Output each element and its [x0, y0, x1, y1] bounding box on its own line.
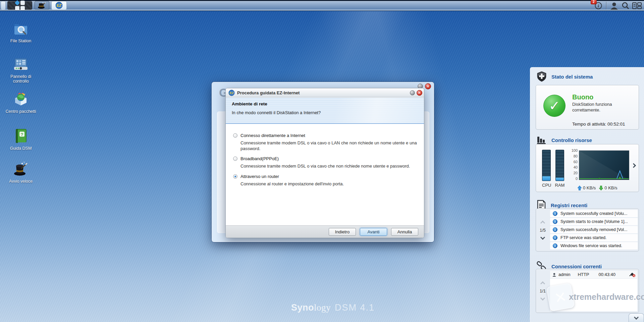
network-activity-chart	[579, 150, 629, 180]
desktop-icon-control-panel[interactable]: Pannello di controllo	[3, 56, 39, 84]
desktop-icon-file-station[interactable]: File Station	[3, 21, 39, 43]
file-station-icon	[13, 21, 29, 36]
user-icon	[552, 272, 556, 277]
desktop-icon-quick-start[interactable]: Avvio veloce	[3, 161, 39, 184]
main-menu-icon	[15, 1, 25, 10]
taskbar-right: i 2	[593, 0, 644, 11]
radio-icon-selected[interactable]	[233, 174, 237, 179]
log-row[interactable]: iFTP service was started.	[550, 234, 638, 241]
widgets-icon	[632, 2, 642, 9]
shield-icon	[536, 71, 547, 82]
pilot-view-button[interactable]	[631, 1, 643, 10]
radio-option-pppoe[interactable]: Broadband(PPPoE)	[233, 156, 416, 161]
desktop-icon-label: File Station	[3, 39, 39, 43]
info-icon: i	[553, 219, 557, 224]
connection-list: admin HTTP 00:43:40	[550, 271, 637, 311]
log-text: FTP service was started.	[560, 235, 606, 240]
radio-label: Connesso direttamente a Internet	[240, 133, 305, 138]
control-panel-icon	[13, 56, 29, 72]
connections-pager: 1/1	[536, 269, 549, 313]
download-arrow-icon	[599, 186, 603, 190]
user-icon	[610, 2, 619, 10]
info-icon: i	[553, 243, 557, 248]
sidebar-collapse-tab[interactable]	[629, 313, 644, 322]
close-button[interactable]: ✕	[417, 90, 422, 96]
radio-icon[interactable]	[233, 156, 237, 161]
radio-label: Attraverso un router	[240, 174, 279, 179]
dialog-footer: Indietro Avanti Annulla	[226, 225, 424, 238]
widget-title: Registri recenti	[551, 202, 587, 208]
brand-light: logy	[314, 303, 331, 313]
upload-arrow-icon	[578, 186, 582, 190]
close-icon: ✕	[418, 91, 421, 95]
widgets-sidebar: Stato del sistema ✓ Buono DiskStation fu…	[530, 67, 644, 322]
resource-monitor-header: Controllo risorse	[536, 135, 592, 145]
show-desktop-button[interactable]	[1, 1, 6, 10]
info-icon: i	[553, 227, 557, 232]
page-indicator: 1/1	[540, 288, 546, 293]
radio-option-router[interactable]: Attraverso un router	[233, 174, 416, 179]
log-row[interactable]: iWindows file service was started.	[550, 242, 638, 249]
svg-text:EZ: EZ	[57, 3, 62, 7]
connection-protocol: HTTP	[578, 272, 589, 277]
ram-gauge	[555, 150, 564, 181]
logs-pager: 1/5	[536, 209, 549, 251]
network-legend: 0 KB/s 0 KB/s	[578, 185, 618, 190]
current-connections-card: 1/1 admin HTTP 00:43:40	[536, 269, 639, 313]
desktop-icon-label: Pannello di controllo	[3, 74, 39, 84]
log-text: System successfully removed [Vol...	[560, 227, 627, 232]
dsm-version: DSM 4.1	[335, 303, 375, 313]
desktop-icon-dsm-help[interactable]: ? Guida DSM	[3, 128, 39, 151]
notification-badge: 2	[591, 0, 597, 4]
uptime-label: Tempo di attività: 00:52:01	[572, 122, 625, 127]
info-icon: i	[553, 211, 557, 216]
log-row[interactable]: iSystem starts to create [Volume 1]...	[550, 218, 638, 225]
resource-monitor-card[interactable]: CPU RAM 10080 6040 200 0	[536, 144, 639, 192]
check-glyph: ✓	[549, 98, 560, 113]
radio-icon[interactable]	[233, 133, 237, 138]
info-icon: i	[553, 235, 557, 240]
bar-chart-icon	[536, 135, 547, 145]
page-down-chevron[interactable]	[540, 296, 545, 301]
ram-gauge-fill	[556, 178, 564, 181]
desktop-icon-package-center[interactable]: Centro pacchetti	[3, 91, 39, 114]
log-row[interactable]: iSystem successfully created [Volu...	[550, 210, 638, 217]
search-icon	[622, 2, 630, 10]
minimize-button[interactable]	[410, 90, 415, 95]
user-menu-button[interactable]	[608, 1, 620, 10]
connection-user: admin	[558, 272, 570, 277]
ez-internet-wizard-dialog: EZ Procedura guidata EZ-Internet ✕ Ambie…	[225, 88, 424, 238]
taskbar-quick-start-button[interactable]	[35, 1, 49, 10]
cpu-gauge	[542, 150, 551, 181]
cancel-button[interactable]: Annulla	[391, 228, 418, 236]
dialog-step-header: Ambiente di rete In che modo connetti il…	[226, 97, 424, 124]
widget-title: Stato del sistema	[551, 74, 593, 80]
chart-y-axis: 10080 6040 200	[568, 148, 578, 181]
page-up-chevron[interactable]	[540, 220, 545, 225]
dialog-titlebar[interactable]: EZ Procedura guidata EZ-Internet ✕	[226, 88, 424, 97]
system-status-card: ✓ Buono DiskStation funziona correttamen…	[536, 85, 639, 130]
connection-row[interactable]: admin HTTP 00:43:40	[550, 271, 637, 279]
close-button[interactable]: ✕	[425, 83, 431, 89]
page-indicator: 1/5	[540, 228, 546, 233]
next-button[interactable]: Avanti	[360, 228, 387, 236]
main-menu-button[interactable]	[7, 1, 32, 10]
desktop-icon-label: Centro pacchetti	[3, 109, 39, 114]
desktop-icon-label: Avvio veloce	[3, 179, 39, 184]
page-up-chevron[interactable]	[540, 281, 545, 286]
taskbar-ez-internet-button[interactable]: EZ	[51, 1, 67, 10]
disconnect-icon[interactable]	[629, 272, 635, 277]
dialog-body: Connesso direttamente a Internet Conness…	[226, 124, 424, 225]
log-row[interactable]: iSystem successfully removed [Vol...	[550, 226, 638, 233]
page-down-chevron[interactable]	[540, 235, 545, 239]
notifications-button[interactable]: i 2	[593, 1, 604, 10]
dsm-watermark: SynologyDSM 4.1	[291, 303, 375, 313]
chevron-down-icon	[634, 315, 639, 319]
search-button[interactable]	[620, 1, 631, 10]
widget-title: Controllo risorse	[551, 137, 592, 143]
expand-resource-monitor-chevron[interactable]	[631, 163, 636, 168]
dsm-help-icon: ?	[13, 128, 29, 144]
radio-option-direct[interactable]: Connesso direttamente a Internet	[233, 133, 416, 138]
status-text: Buono	[572, 93, 593, 101]
back-button[interactable]: Indietro	[329, 228, 356, 236]
